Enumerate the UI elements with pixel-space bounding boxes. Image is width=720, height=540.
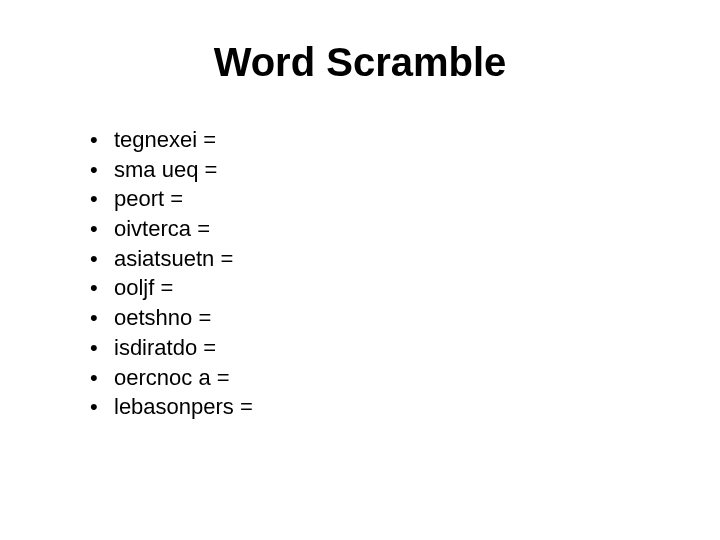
list-item: isdiratdo = — [90, 333, 660, 363]
list-item: oivterca = — [90, 214, 660, 244]
slide: Word Scramble tegnexei = sma ueq = peort… — [0, 0, 720, 540]
list-item: oercnoc a = — [90, 363, 660, 393]
list-item: peort = — [90, 184, 660, 214]
list-item: lebasonpers = — [90, 392, 660, 422]
list-item: asiatsuetn = — [90, 244, 660, 274]
scramble-list: tegnexei = sma ueq = peort = oivterca = … — [60, 125, 660, 422]
list-item: sma ueq = — [90, 155, 660, 185]
list-item: oetshno = — [90, 303, 660, 333]
list-item: tegnexei = — [90, 125, 660, 155]
list-item: ooljf = — [90, 273, 660, 303]
page-title: Word Scramble — [60, 40, 660, 85]
